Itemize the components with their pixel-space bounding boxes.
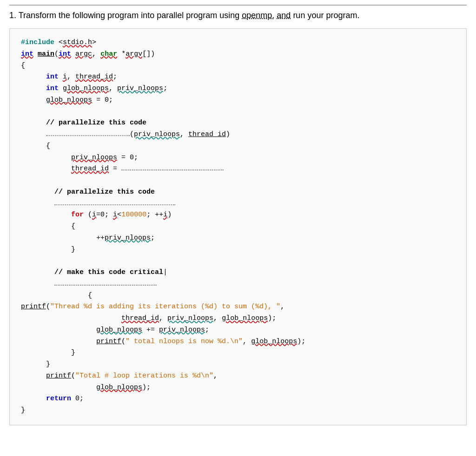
code-block: #include <stdio.h> int main(int argc, ch… (9, 28, 467, 425)
question-text: 1. Transform the following program into … (9, 9, 467, 22)
open-brace1: { (21, 60, 455, 72)
return-line: return 0; (21, 393, 455, 405)
blank-line2 (21, 175, 455, 187)
var3-line: glob_nloops = 0; (21, 95, 455, 106)
close-brace3: } (21, 244, 455, 256)
close-brace-mid: } (21, 359, 455, 371)
comment2-line: // parallelize this code (21, 187, 455, 198)
inc-line: ++priv_nloops; (21, 233, 455, 244)
glob-add-line: glob_nloops += priv_nloops; (21, 325, 455, 336)
printf1-line: printf("Thread %d is adding its iteratio… (21, 301, 455, 313)
open-brace4: { (21, 290, 455, 302)
main-sig-line: int main(int argc, char *argv[]) (21, 49, 455, 60)
for-line: for (i=0; i<100000; ++i) (21, 209, 455, 221)
var2-line: int glob_nloops, priv_nloops; (21, 83, 455, 95)
printf3-line: printf("Total # loop iterations is %d\n"… (21, 371, 455, 382)
openmp-underline: openmp, (242, 11, 274, 20)
close-brace-main: } (21, 405, 455, 417)
open-brace2: { (21, 141, 455, 152)
include-line: #include <stdio.h> (21, 37, 455, 49)
blank-line1 (21, 106, 455, 118)
top-divider (9, 5, 467, 6)
printf3-cont-line: glob_nloops); (21, 382, 455, 394)
var1-line: int i, thread_id; (21, 72, 455, 83)
assign1-line: priv_nloops = 0; (21, 152, 455, 164)
close-brace-inner: } (21, 347, 455, 359)
printf2-line: printf(" total nloops is now %d.\n", glo… (21, 336, 455, 348)
comment1-line: // parallelize this code (21, 117, 455, 129)
blank-fill3-line (21, 279, 455, 290)
comment3-line: // make this code critical| (21, 267, 455, 279)
question-number: 1. (9, 11, 16, 20)
assign2-line: thread_id = (21, 163, 455, 175)
and-underline: and (277, 11, 291, 20)
blank-line3 (21, 255, 455, 267)
page-container: 1. Transform the following program into … (0, 0, 476, 456)
blank-fill2-line (21, 198, 455, 210)
printf1-cont-line: thread_id, priv_nloops, glob_nloops); (21, 313, 455, 325)
blank-fill1-line: (priv_nloops, thread_id) (21, 129, 455, 141)
open-brace3: { (21, 221, 455, 233)
